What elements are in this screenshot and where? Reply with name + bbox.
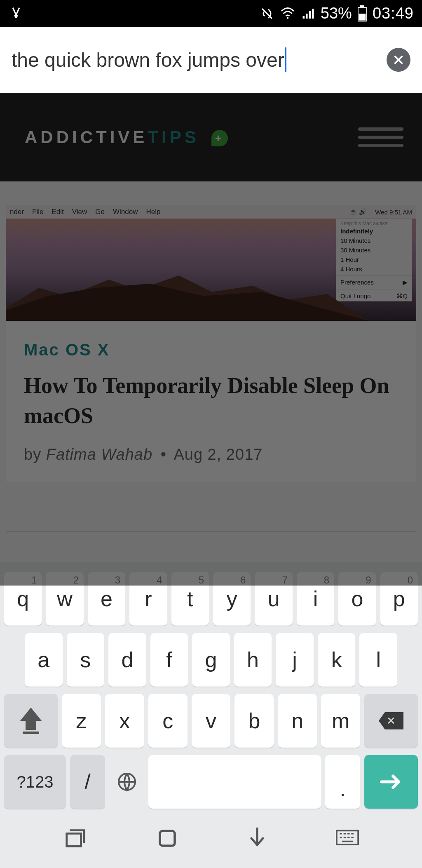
status-bar: 53% 03:49 — [0, 0, 422, 27]
app-icon — [8, 6, 24, 21]
key-m[interactable]: m — [321, 694, 360, 748]
status-left — [8, 6, 24, 21]
system-nav-bar — [4, 813, 418, 862]
url-bar[interactable]: the quick brown fox jumps over — [0, 27, 422, 93]
svg-point-0 — [287, 17, 289, 19]
key-j[interactable]: j — [276, 633, 314, 687]
key-g[interactable]: g — [192, 633, 230, 687]
soft-keyboard: 1q2w3e4r5t6y7u8i9o0p asdfghjkl zxcvbnm ✕… — [0, 562, 422, 868]
vibrate-icon — [260, 6, 274, 21]
globe-icon — [117, 772, 137, 792]
key-s[interactable]: s — [67, 633, 105, 687]
slash-key[interactable]: / — [70, 755, 105, 809]
key-f[interactable]: f — [150, 633, 188, 687]
webpage-content: ADDICTIVETIPS + nder File Edit View Go W… — [0, 93, 422, 586]
symbols-key[interactable]: ?123 — [4, 755, 66, 809]
battery-percent: 53% — [321, 5, 352, 22]
period-key[interactable]: . — [325, 755, 360, 809]
backspace-icon: ✕ — [379, 712, 403, 729]
key-h[interactable]: h — [234, 633, 272, 687]
key-x[interactable]: x — [105, 694, 144, 748]
svg-rect-3 — [359, 14, 366, 21]
svg-rect-5 — [160, 831, 175, 846]
key-n[interactable]: n — [278, 694, 317, 748]
status-right: 53% 03:49 — [260, 5, 414, 22]
url-input[interactable]: the quick brown fox jumps over — [12, 45, 378, 74]
key-a[interactable]: a — [25, 633, 63, 687]
recent-apps-button[interactable] — [63, 828, 87, 848]
keyboard-hide-button[interactable] — [336, 829, 359, 847]
close-icon — [393, 54, 404, 66]
backspace-key[interactable]: ✕ — [364, 694, 418, 748]
shift-key[interactable] — [4, 694, 58, 748]
key-b[interactable]: b — [234, 694, 274, 748]
home-button[interactable] — [156, 827, 178, 849]
dim-overlay[interactable] — [0, 93, 422, 586]
svg-rect-2 — [360, 5, 364, 7]
key-d[interactable]: d — [108, 633, 146, 687]
keyboard-row-4: ?123 / . — [4, 755, 418, 809]
text-cursor — [285, 47, 286, 72]
status-time: 03:49 — [373, 5, 414, 22]
url-text: the quick brown fox jumps over — [12, 49, 284, 71]
clear-button[interactable] — [387, 48, 410, 72]
back-button — [247, 827, 267, 850]
battery-icon — [357, 5, 368, 22]
arrow-right-icon — [380, 774, 403, 790]
key-v[interactable]: v — [192, 694, 231, 748]
shift-arrow-icon — [20, 708, 42, 721]
enter-key[interactable] — [364, 755, 418, 809]
key-l[interactable]: l — [359, 633, 397, 687]
key-c[interactable]: c — [148, 694, 188, 748]
keyboard-row-2: asdfghjkl — [4, 633, 418, 687]
language-key[interactable] — [109, 755, 144, 809]
signal-icon — [301, 6, 316, 21]
key-k[interactable]: k — [318, 633, 356, 687]
keyboard-row-3: zxcvbnm ✕ — [4, 694, 418, 748]
space-key[interactable] — [148, 755, 321, 809]
wifi-icon — [279, 6, 296, 21]
key-z[interactable]: z — [62, 694, 101, 748]
